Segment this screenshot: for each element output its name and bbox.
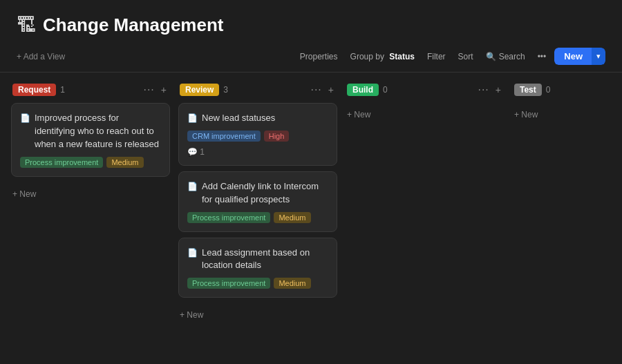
card-tag: Medium [274,212,310,223]
filter-button[interactable]: Filter [423,49,450,64]
column-label-build: Build [347,84,379,96]
column-count-test: 0 [546,85,551,95]
card-title-text: Improved process for identifying who to … [35,112,161,151]
column-count-build: 0 [383,85,388,95]
add-new-button-test[interactable]: + New [513,106,622,124]
document-icon: 📄 [187,113,198,124]
card-tag: Medium [106,157,143,168]
column-count-review: 3 [223,85,228,95]
card-title-text: Add Calendly link to Intercom for qualif… [202,180,328,207]
add-new-button-request[interactable]: + New [11,185,170,203]
table-row[interactable]: 📄Add Calendly link to Intercom for quali… [178,171,337,232]
column-add-button-review[interactable]: + [326,85,336,95]
card-tag: Process improvement [20,157,103,168]
document-icon: 📄 [187,181,198,193]
column-build: Build0···++ New [346,84,505,343]
document-icon: 📄 [187,247,198,259]
column-header-request: Request1···+ [11,84,170,96]
card-tag: High [264,131,290,142]
new-button-caret[interactable]: ▾ [592,48,605,65]
card-tag: Medium [274,278,310,289]
column-more-button-review[interactable]: ··· [309,84,323,95]
toolbar: + Add a View Properties Group by Status … [0,44,622,73]
properties-button[interactable]: Properties [296,49,342,64]
column-request: Request1···+📄Improved process for identi… [11,84,170,343]
add-new-button-build[interactable]: + New [346,106,505,124]
column-header-review: Review3···+ [178,84,337,96]
card-tag: CRM improvement [187,131,261,142]
page-title: Change Management [43,15,224,36]
column-label-test: Test [514,84,542,96]
card-title-text: New lead statuses [202,112,275,125]
app-title-icon: 🏗 [17,14,36,37]
column-review: Review3···+📄New lead statusesCRM improve… [178,84,337,343]
column-test: Test0···++ New [513,84,622,343]
card-meta-comment: 💬 1 [187,147,205,157]
sort-button[interactable]: Sort [454,49,478,64]
table-row[interactable]: 📄Improved process for identifying who to… [11,103,170,177]
table-row[interactable]: 📄Lead assignment based on location detai… [178,238,337,298]
card-tag: Process improvement [187,278,270,289]
column-add-button-build[interactable]: + [493,85,503,95]
column-header-build: Build0···+ [346,84,505,96]
new-button[interactable]: New [554,48,592,65]
chevron-down-icon: ▾ [596,52,601,60]
card-tag: Process improvement [187,212,270,223]
add-view-button[interactable]: + Add a View [17,52,65,61]
search-icon: 🔍 [486,52,496,61]
app-header: 🏗 Change Management [0,0,622,44]
new-button-group: New ▾ [554,48,605,65]
column-add-button-request[interactable]: + [159,85,169,95]
add-new-button-review[interactable]: + New [178,306,337,324]
more-options-button[interactable]: ••• [534,49,551,64]
column-count-request: 1 [60,85,65,95]
document-icon: 📄 [20,113,30,124]
column-more-button-build[interactable]: ··· [476,84,490,95]
search-button[interactable]: 🔍 Search [482,49,529,64]
group-by-button[interactable]: Group by Status [346,49,419,64]
kanban-board: Request1···+📄Improved process for identi… [0,73,622,354]
column-more-button-request[interactable]: ··· [142,84,156,95]
column-label-request: Request [12,84,56,96]
column-header-test: Test0···+ [513,84,622,96]
card-title-text: Lead assignment based on location detail… [202,247,328,273]
column-label-review: Review [180,84,219,96]
table-row[interactable]: 📄New lead statusesCRM improvementHigh💬 1 [178,103,337,166]
